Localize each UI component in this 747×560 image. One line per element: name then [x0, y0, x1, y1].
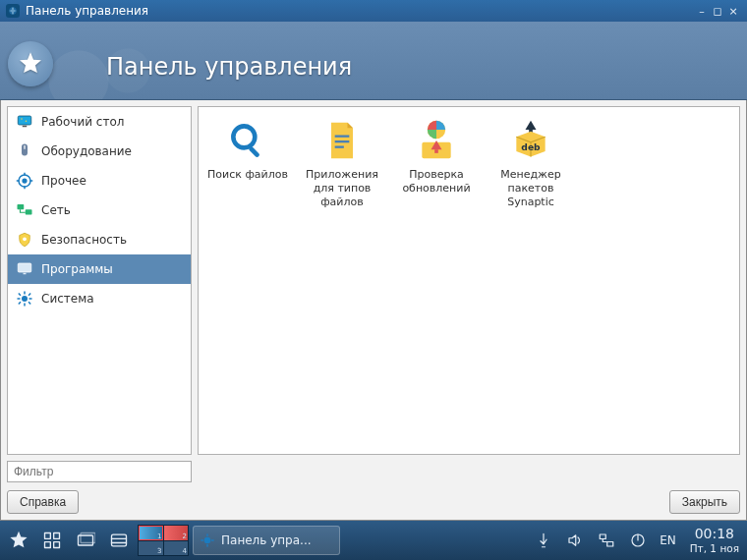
app-label: Поиск файлов [204, 168, 291, 182]
start-menu-button[interactable] [4, 526, 33, 555]
window-title: Панель управления [26, 4, 148, 18]
sidebar-item-label: Безопасность [41, 233, 127, 247]
svg-rect-13 [18, 204, 25, 209]
power-tray-icon[interactable] [626, 526, 650, 555]
app-file-search[interactable]: Поиск файлов [202, 115, 293, 212]
workspace-2[interactable]: 2 [164, 526, 189, 540]
svg-point-4 [26, 121, 28, 123]
category-sidebar: Рабочий стол Оборудование Прочее Сеть [7, 106, 192, 455]
svg-rect-9 [24, 173, 26, 176]
svg-rect-14 [26, 209, 32, 214]
app-update-checker[interactable]: Проверка обновлений [391, 115, 482, 212]
svg-rect-12 [29, 180, 32, 182]
app-label: Приложения для типов файлов [299, 168, 385, 208]
app-label: Проверка обновлений [393, 168, 480, 196]
sidebar-item-label: Рабочий стол [41, 115, 124, 129]
svg-rect-29 [335, 140, 350, 142]
workspace-4[interactable]: 4 [164, 541, 189, 556]
app-synaptic[interactable]: deb Менеджер пакетов Synaptic [486, 115, 576, 212]
sidebar-item-programs[interactable]: Программы [8, 254, 191, 284]
svg-rect-39 [54, 533, 60, 539]
clock[interactable]: 00:18 Пт, 1 ноя [690, 526, 739, 554]
usb-tray-icon[interactable] [532, 526, 555, 555]
window-body: Рабочий стол Оборудование Прочее Сеть [0, 100, 747, 521]
task-label: Панель упра... [221, 533, 312, 547]
svg-rect-49 [206, 544, 207, 547]
desktop-icon [16, 113, 33, 131]
svg-rect-40 [45, 542, 51, 548]
magnifier-icon [226, 119, 269, 162]
sidebar-item-other[interactable]: Прочее [8, 166, 191, 196]
taskbar-entry-control-panel[interactable]: Панель упра... [193, 526, 340, 555]
button-bar: Справка Закрыть [7, 490, 740, 514]
sidebar-item-security[interactable]: Безопасность [8, 225, 191, 254]
close-button[interactable]: Закрыть [669, 490, 740, 514]
network-icon [16, 201, 33, 219]
svg-rect-50 [201, 539, 203, 540]
shield-icon [16, 231, 33, 249]
file-manager-button[interactable] [104, 526, 134, 555]
svg-text:deb: deb [521, 141, 541, 152]
svg-rect-25 [29, 293, 31, 296]
apps-pane: Поиск файлов Приложения для типов файлов [198, 106, 740, 455]
system-tray: EN 00:18 Пт, 1 ноя [532, 526, 743, 555]
svg-rect-1 [18, 116, 31, 125]
svg-rect-10 [24, 186, 26, 189]
document-icon [320, 119, 364, 162]
titlebar: Панель управления – ◻ × [0, 0, 747, 22]
page-title: Панель управления [106, 53, 352, 81]
svg-rect-41 [54, 542, 60, 548]
app-icon [6, 4, 20, 18]
keyboard-layout-indicator[interactable]: EN [658, 526, 678, 555]
svg-rect-30 [335, 146, 344, 148]
svg-rect-28 [335, 136, 350, 138]
svg-rect-20 [18, 298, 21, 300]
svg-rect-52 [600, 534, 605, 539]
svg-rect-34 [434, 149, 438, 153]
svg-rect-24 [18, 302, 21, 305]
cog-icon [16, 290, 33, 308]
taskbar: 1 2 3 4 Панель упра... EN 00:18 Пт, 1 но… [0, 521, 747, 560]
svg-rect-22 [18, 293, 21, 296]
svg-rect-11 [17, 180, 20, 182]
window-list-button[interactable] [71, 526, 100, 555]
svg-point-26 [233, 126, 255, 147]
mouse-icon [16, 142, 33, 160]
gear-icon [16, 172, 33, 190]
close-window-button[interactable]: × [725, 5, 741, 18]
app-file-types[interactable]: Приложения для типов файлов [297, 115, 387, 212]
minimize-button[interactable]: – [694, 5, 710, 18]
sidebar-item-label: Прочее [41, 174, 86, 188]
clock-time: 00:18 [690, 526, 739, 542]
workspace-1[interactable]: 1 [139, 526, 163, 540]
volume-tray-icon[interactable] [563, 526, 587, 555]
svg-rect-27 [248, 146, 259, 158]
svg-point-15 [23, 237, 27, 241]
svg-point-8 [22, 178, 27, 183]
help-button[interactable]: Справка [7, 490, 79, 514]
sidebar-item-system[interactable]: Система [8, 284, 191, 313]
sidebar-item-hardware[interactable]: Оборудование [8, 137, 191, 166]
svg-rect-44 [112, 534, 127, 546]
svg-rect-53 [607, 542, 613, 547]
svg-rect-23 [29, 302, 31, 305]
svg-rect-19 [24, 304, 26, 307]
filter-input[interactable] [7, 461, 192, 482]
clock-date: Пт, 1 ноя [690, 542, 739, 555]
sidebar-item-network[interactable]: Сеть [8, 196, 191, 225]
sidebar-item-label: Оборудование [41, 144, 132, 158]
svg-rect-51 [211, 539, 214, 540]
show-desktop-button[interactable] [37, 526, 67, 555]
svg-rect-48 [206, 533, 207, 536]
maximize-button[interactable]: ◻ [710, 5, 725, 18]
svg-rect-18 [24, 292, 26, 295]
workspace-3[interactable]: 3 [139, 541, 163, 556]
sidebar-item-desktop[interactable]: Рабочий стол [8, 107, 191, 137]
network-tray-icon[interactable] [595, 526, 618, 555]
sidebar-item-label: Сеть [41, 203, 71, 217]
svg-rect-38 [45, 533, 51, 539]
app-label: Менеджер пакетов Synaptic [488, 168, 574, 208]
star-emblem-icon [8, 41, 53, 86]
workspace-pager[interactable]: 1 2 3 4 [138, 525, 189, 556]
svg-rect-17 [24, 273, 27, 275]
